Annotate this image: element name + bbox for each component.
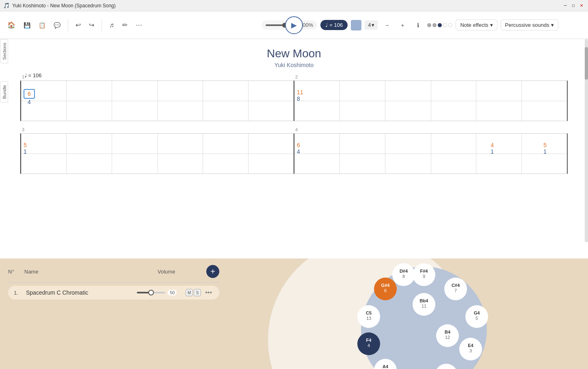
dot-controls	[427, 23, 452, 27]
solo-button[interactable]: S	[194, 289, 201, 296]
redo-button[interactable]: ↪	[86, 20, 97, 30]
tune-button[interactable]: ♬	[107, 20, 117, 30]
note-m1-b1[interactable]: 6 4	[24, 89, 35, 105]
plus-icon: +	[401, 22, 404, 28]
zoom-in-button[interactable]: +	[396, 19, 409, 31]
pen-icon: ✏	[122, 21, 128, 29]
measure-num-1: 1	[22, 74, 24, 79]
score-title: New Moon	[0, 47, 588, 60]
save-icon: 💾	[24, 22, 30, 28]
note-val-top-4b: 4	[491, 142, 494, 148]
percussive-sounds-dropdown[interactable]: Percussive sounds ▾	[501, 20, 558, 30]
measure-3[interactable]: 3 5 1	[20, 133, 294, 174]
note-val-top-4a: 6	[297, 142, 300, 148]
note-val-bot-4b: 1	[491, 148, 494, 155]
track-more-button[interactable]: •••	[203, 289, 214, 296]
more-button[interactable]: ⋯	[133, 20, 145, 30]
chevron-down-icon-3: ▾	[551, 22, 554, 28]
play-icon: ▶	[291, 21, 297, 30]
note-val-top: 6	[28, 91, 31, 97]
note-m4-b2[interactable]: 4 1	[491, 142, 494, 155]
staff-row-2: 3 5 1 4 6 4	[0, 133, 588, 174]
main-content: New Moon Yuki Koshimoto ♩ = 106 1 6 4	[0, 39, 588, 258]
grid-h1	[21, 101, 294, 101]
tempo-label: = 106	[329, 22, 343, 28]
minimize-button[interactable]: ─	[562, 2, 569, 9]
node-g4-num: 5	[476, 316, 478, 321]
node-c5-num: 13	[366, 316, 371, 321]
info-icon: ℹ	[417, 22, 419, 28]
maximize-button[interactable]: □	[570, 2, 577, 9]
note-val-bot-4a: 4	[297, 148, 300, 155]
grid-h2	[294, 101, 567, 101]
node-dsharp4-label: D#4	[400, 269, 408, 273]
toolbar: 🏠 💾 📋 💬 ↩ ↪ ♬ ✏ ⋯ ▶ 100% ♩ = 106	[0, 11, 588, 39]
track-header: N° Name Volume +	[8, 265, 219, 282]
separator-1	[68, 19, 68, 31]
save-button[interactable]: 💾	[21, 20, 33, 30]
track-num-1: 1.	[14, 290, 26, 296]
tempo-button[interactable]: ♩ = 106	[320, 20, 348, 30]
note-val-top-2: 11	[297, 89, 303, 96]
note-m2-b1[interactable]: 11 8	[297, 89, 303, 102]
node-gsharp4-label: G#4	[381, 283, 390, 288]
track-row-1[interactable]: 1. Spacedrum C Chromatic 50 M S •••	[8, 286, 219, 300]
node-csharp4-num: 7	[454, 288, 457, 293]
note-effects-label: Note effects	[460, 22, 488, 28]
time-sig-button[interactable]: 4 ▾	[365, 20, 378, 30]
measure-4[interactable]: 4 6 4 4 1 5 1	[294, 133, 568, 174]
measure-1[interactable]: 1 6 4	[20, 80, 294, 121]
note-m4-b3[interactable]: 5 1	[543, 142, 547, 155]
node-f4-num: 4	[368, 343, 370, 348]
score-composer: Yuki Koshimoto	[0, 62, 588, 68]
note-effects-dropdown[interactable]: Note effects ▾	[456, 20, 497, 30]
tempo-icon: ♩	[325, 22, 328, 28]
node-dsharp4-num: 8	[402, 274, 405, 279]
staff-row-1: 1 6 4 2 11	[0, 80, 588, 121]
track-list: N° Name Volume + 1. Spacedrum C Chromati…	[0, 258, 227, 369]
node-e4-label: E4	[468, 343, 473, 348]
track-ms-buttons: M S	[186, 289, 201, 296]
pen-button[interactable]: ✏	[120, 20, 130, 30]
track-header-num: N°	[8, 269, 24, 275]
add-track-button[interactable]: +	[206, 265, 219, 278]
zoom-out-button[interactable]: −	[381, 19, 393, 31]
close-button[interactable]: ✕	[578, 2, 585, 9]
scrollbar-thumb[interactable]	[585, 47, 588, 80]
redo-icon: ↪	[89, 21, 94, 29]
dot-3	[443, 23, 447, 27]
note-val-bot-4c: 1	[543, 148, 547, 155]
play-button[interactable]: ▶	[285, 16, 303, 34]
undo-button[interactable]: ↩	[73, 20, 83, 30]
node-b4-label: B4	[445, 330, 451, 334]
tempo-mark: ♩ = 106	[24, 72, 42, 78]
info-button[interactable]: ℹ	[412, 19, 424, 31]
track-volume-control: 50	[137, 290, 186, 295]
minus-icon: −	[385, 22, 389, 28]
more-icon: ⋯	[136, 21, 142, 29]
bundle-tab[interactable]: Bundle	[0, 81, 8, 102]
time-sig-label: 4	[368, 22, 371, 28]
note-val-bot: 4	[24, 99, 35, 105]
color-swatch-button[interactable]	[351, 20, 361, 30]
scrollbar[interactable]	[585, 39, 588, 242]
comment-button[interactable]: 💬	[51, 20, 63, 30]
home-button[interactable]: 🏠	[5, 20, 18, 30]
node-b4-num: 12	[445, 335, 450, 340]
chevron-down-icon: ▾	[372, 22, 374, 28]
dot-4	[448, 23, 452, 27]
measure-2[interactable]: 2 11 8	[294, 80, 568, 121]
sections-tab[interactable]: Sections	[0, 39, 8, 63]
note-m3-b1[interactable]: 5 1	[24, 142, 27, 155]
track-volume-slider[interactable]	[137, 292, 165, 293]
score-header: New Moon Yuki Koshimoto	[0, 39, 588, 72]
dot-selected	[438, 23, 442, 27]
node-bb4-num: 11	[422, 304, 426, 308]
mute-button[interactable]: M	[186, 289, 193, 296]
node-gsharp4-num: 6	[384, 288, 387, 293]
tempo-display: ♩ = 106	[0, 72, 588, 79]
note-m4-b1[interactable]: 6 4	[297, 142, 300, 155]
saveas-button[interactable]: 📋	[36, 20, 48, 30]
home-icon: 🏠	[7, 21, 15, 29]
note-val-bot-2: 8	[297, 96, 303, 102]
